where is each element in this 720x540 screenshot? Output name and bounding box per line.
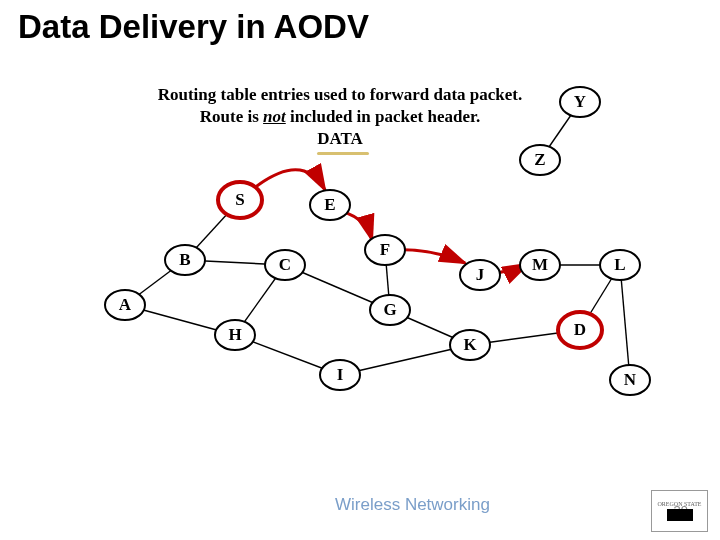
- svg-text:K: K: [463, 335, 477, 354]
- svg-text:F: F: [380, 240, 390, 259]
- svg-text:N: N: [624, 370, 637, 389]
- node-N: N: [610, 365, 650, 395]
- node-E: E: [310, 190, 350, 220]
- node-D: D: [558, 312, 602, 348]
- svg-text:Y: Y: [574, 92, 586, 111]
- node-S: S: [218, 182, 262, 218]
- node-G: G: [370, 295, 410, 325]
- corner-logo: OREGON STATE: [651, 490, 708, 532]
- svg-text:Z: Z: [534, 150, 545, 169]
- svg-text:D: D: [574, 320, 586, 339]
- svg-text:I: I: [337, 365, 344, 384]
- svg-text:B: B: [179, 250, 190, 269]
- node-Y: Y: [560, 87, 600, 117]
- node-B: B: [165, 245, 205, 275]
- node-J: J: [460, 260, 500, 290]
- node-L: L: [600, 250, 640, 280]
- svg-line-13: [620, 265, 630, 380]
- node-F: F: [365, 235, 405, 265]
- node-K: K: [450, 330, 490, 360]
- node-H: H: [215, 320, 255, 350]
- logo-block-icon: [667, 509, 693, 521]
- svg-text:L: L: [614, 255, 625, 274]
- svg-text:C: C: [279, 255, 291, 274]
- node-A: A: [105, 290, 145, 320]
- network-diagram: Y Z S E F B C J M L A G H K D I N: [0, 0, 720, 540]
- svg-text:J: J: [476, 265, 485, 284]
- node-Z: Z: [520, 145, 560, 175]
- svg-text:G: G: [383, 300, 396, 319]
- svg-text:H: H: [228, 325, 241, 344]
- svg-text:E: E: [324, 195, 335, 214]
- node-M: M: [520, 250, 560, 280]
- node-C: C: [265, 250, 305, 280]
- footer-text: Wireless Networking: [335, 495, 490, 515]
- svg-text:S: S: [235, 190, 244, 209]
- node-I: I: [320, 360, 360, 390]
- svg-text:M: M: [532, 255, 548, 274]
- svg-text:A: A: [119, 295, 132, 314]
